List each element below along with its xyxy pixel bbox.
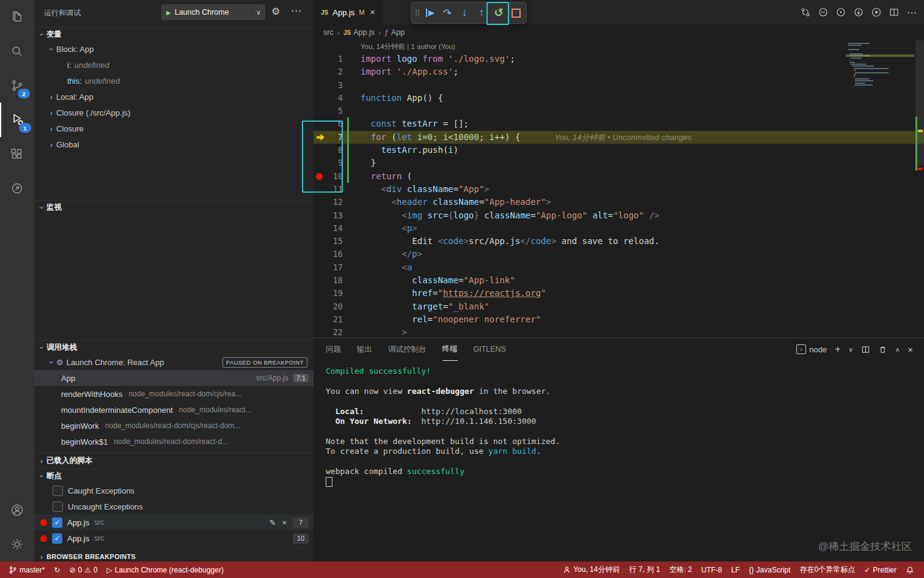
code-line[interactable]: 16 </p>: [314, 248, 924, 261]
compare-changes-icon[interactable]: [799, 6, 812, 18]
terminal-dropdown-icon[interactable]: ∨: [849, 346, 853, 353]
gutter-margin[interactable]: [316, 248, 329, 261]
gutter-margin[interactable]: [316, 209, 329, 222]
git-branch-item[interactable]: master*: [5, 561, 48, 578]
step-into-button[interactable]: ↓: [456, 4, 473, 22]
tab-appjs[interactable]: JS App.js M ×: [314, 0, 383, 24]
code-line[interactable]: 3: [314, 79, 924, 92]
maximize-panel-icon[interactable]: ∧: [895, 346, 900, 353]
blame-annotations-icon[interactable]: [817, 6, 829, 18]
overview-ruler[interactable]: [915, 40, 924, 338]
split-editor-icon[interactable]: [888, 6, 900, 18]
launch-config-dropdown[interactable]: ▶ Launch Chrome ∨: [161, 4, 265, 20]
new-terminal-icon[interactable]: +: [835, 344, 840, 355]
variable-i[interactable]: i: undefined: [34, 57, 314, 73]
gutter-margin[interactable]: [316, 287, 329, 300]
language-item[interactable]: {} JavaScript: [746, 561, 794, 578]
debug-current-line-arrow[interactable]: [316, 131, 329, 144]
notifications-item[interactable]: [902, 561, 918, 578]
gutter-margin[interactable]: [316, 117, 329, 130]
breadcrumb-app-symbol[interactable]: ƒ App: [384, 28, 405, 37]
sync-changes-item[interactable]: ↻: [50, 561, 64, 578]
gutter-margin[interactable]: [316, 144, 329, 157]
gutter-margin[interactable]: [316, 183, 329, 196]
breadcrumb-src[interactable]: src: [323, 28, 334, 37]
code-line[interactable]: 14 <p>: [314, 222, 924, 235]
gutter-margin[interactable]: [316, 53, 329, 65]
tab-problems[interactable]: 问题: [326, 338, 341, 360]
split-terminal-icon[interactable]: [861, 345, 870, 354]
minimap[interactable]: [846, 40, 914, 138]
breakpoints-section-header[interactable]: › 断点: [34, 469, 314, 483]
breakpoint-checkbox[interactable]: ✓: [52, 533, 62, 544]
settings-gear-icon[interactable]: [0, 527, 34, 561]
code-line[interactable]: 6 const testArr = [];: [314, 117, 924, 130]
explorer-icon[interactable]: [0, 0, 34, 34]
close-panel-icon[interactable]: ×: [908, 344, 913, 355]
gutter-margin[interactable]: [316, 157, 329, 169]
code-line[interactable]: 22 >: [314, 326, 924, 338]
code-editor[interactable]: You, 14分钟前 | 1 author (You) 1import logo…: [314, 40, 924, 338]
gutter-margin[interactable]: [316, 105, 329, 117]
gutter-margin[interactable]: [316, 222, 329, 235]
drag-handle-icon[interactable]: ⠿: [413, 9, 422, 18]
blame-item[interactable]: You, 14分钟前: [559, 561, 623, 578]
more-actions-icon[interactable]: ⋯: [291, 4, 301, 17]
punctuation-check-item[interactable]: 存在0个异常标点: [796, 561, 859, 578]
code-line[interactable]: 13 <img src={logo} className="App-logo" …: [314, 209, 924, 222]
gutter-margin[interactable]: [316, 92, 329, 105]
run-or-debug-icon[interactable]: [870, 6, 882, 18]
run-and-debug-icon[interactable]: 1: [0, 103, 35, 137]
uncaught-exceptions-row[interactable]: Uncaught Exceptions: [34, 498, 314, 514]
step-over-button[interactable]: ↷: [439, 4, 456, 22]
step-out-button[interactable]: ↑: [473, 4, 490, 22]
gutter-margin[interactable]: [316, 196, 329, 209]
stack-frame[interactable]: beginWork$1 node_modules/react-dom/react…: [34, 434, 314, 450]
continue-button[interactable]: ▶: [422, 4, 439, 22]
debug-session-row[interactable]: › ⚙ Launch Chrome: React App PAUSED ON B…: [34, 354, 314, 370]
breakpoint-row-10[interactable]: ✓ App.js src 10: [34, 530, 314, 546]
debug-settings-gear-icon[interactable]: ⚙: [271, 6, 280, 17]
terminal-instance[interactable]: > node: [796, 344, 827, 354]
stop-button[interactable]: [507, 4, 524, 22]
heatmap-annotations-icon[interactable]: [835, 6, 847, 18]
gutter-margin[interactable]: [316, 79, 329, 92]
code-line[interactable]: 7 for (let i=0; i<10000; i++) {You, 14分钟…: [314, 131, 924, 144]
changes-annotations-icon[interactable]: [853, 6, 865, 18]
watch-section-header[interactable]: › 监视: [34, 200, 314, 214]
indentation-item[interactable]: 空格: 2: [666, 561, 695, 578]
breakpoint-dot[interactable]: [316, 170, 329, 183]
restart-button[interactable]: ↺: [490, 4, 507, 22]
source-control-icon[interactable]: 2: [0, 69, 34, 103]
scope-local[interactable]: › Local: App: [34, 89, 314, 105]
caught-exceptions-row[interactable]: Caught Exceptions: [34, 483, 314, 498]
gutter-margin[interactable]: [316, 65, 329, 78]
tab-gitlens[interactable]: GITLENS: [474, 338, 507, 360]
code-line[interactable]: 12 <header className="App-header">: [314, 196, 924, 209]
code-line[interactable]: 11 <div className="App">: [314, 183, 924, 196]
scope-closure-1[interactable]: › Closure (./src/App.js): [34, 105, 314, 120]
gutter-margin[interactable]: [316, 274, 329, 287]
terminal-output[interactable]: Compiled successfully!You can now view r…: [326, 366, 845, 487]
code-line[interactable]: 20 target="_blank": [314, 300, 924, 313]
gutter-margin[interactable]: [316, 300, 329, 313]
breakpoint-checkbox[interactable]: ✓: [52, 517, 62, 528]
code-line[interactable]: 2import './App.css';: [314, 65, 924, 78]
stack-frame[interactable]: beginWork node_modules/react-dom/cjs/rea…: [34, 418, 314, 434]
more-actions-icon[interactable]: ⋯: [906, 6, 918, 18]
browser-breakpoints-header[interactable]: › BROWSER BREAKPOINTS: [34, 549, 314, 561]
gutter-margin[interactable]: [316, 326, 329, 338]
close-tab-icon[interactable]: ×: [370, 7, 375, 17]
gutter-margin[interactable]: [316, 261, 329, 274]
caught-exceptions-checkbox[interactable]: [53, 486, 63, 496]
code-line[interactable]: 19 href="https://reactjs.org": [314, 287, 924, 300]
debug-target-item[interactable]: ▷ Launch Chrome (react-debugger): [103, 561, 227, 578]
code-line[interactable]: 8 testArr.push(i): [314, 144, 924, 157]
tab-terminal[interactable]: 终端: [442, 338, 458, 361]
encoding-item[interactable]: UTF-8: [698, 561, 726, 578]
cursor-position-item[interactable]: 行 7, 列 1: [625, 561, 664, 578]
tab-output[interactable]: 输出: [357, 338, 372, 360]
code-line[interactable]: 10 return (: [314, 170, 924, 183]
extensions-icon[interactable]: [0, 137, 34, 171]
code-line[interactable]: 1import logo from './logo.svg';: [314, 53, 924, 65]
